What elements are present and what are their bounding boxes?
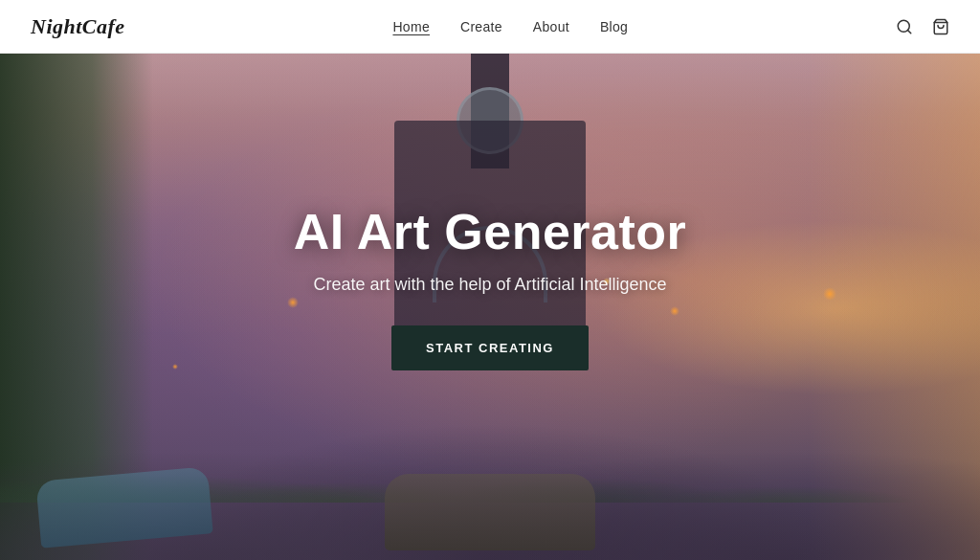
search-button[interactable] <box>896 18 913 35</box>
hero-title: AI Art Generator <box>294 205 687 259</box>
site-header: NightCafe Home Create About Blog <box>0 0 980 54</box>
hero-section: AI Art Generator Create art with the hel… <box>0 0 980 560</box>
start-creating-button[interactable]: START CREATING <box>391 325 589 370</box>
bag-button[interactable] <box>932 18 949 35</box>
site-logo[interactable]: NightCafe <box>31 14 125 39</box>
nav-about[interactable]: About <box>533 19 569 34</box>
nav-blog[interactable]: Blog <box>600 19 628 34</box>
main-nav: Home Create About Blog <box>392 19 628 34</box>
header-actions <box>896 18 949 35</box>
bag-icon <box>932 18 949 35</box>
search-icon <box>896 18 913 35</box>
hero-subtitle: Create art with the help of Artificial I… <box>313 275 666 295</box>
nav-home[interactable]: Home <box>392 19 430 34</box>
svg-line-1 <box>907 30 910 33</box>
hero-content: AI Art Generator Create art with the hel… <box>0 54 980 560</box>
nav-create[interactable]: Create <box>460 19 502 34</box>
